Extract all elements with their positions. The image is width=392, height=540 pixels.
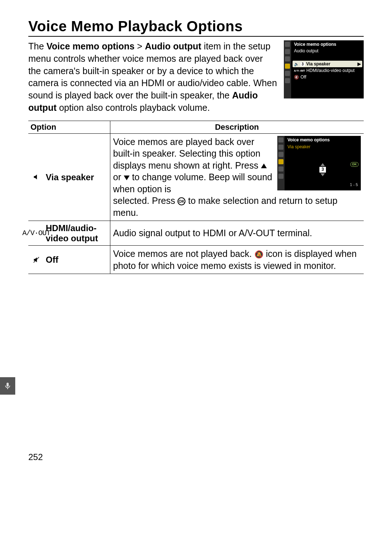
- intro-bold-1: Voice memo options: [46, 41, 135, 51]
- ss2-range: 1 - 5: [350, 182, 358, 187]
- mute-icon: [31, 256, 41, 263]
- side-tab-microphone-icon: [0, 377, 15, 395]
- page-number: 252: [28, 452, 43, 462]
- intro-text-3: option also controls playback volume.: [57, 102, 210, 113]
- intro-text-1: The: [28, 41, 46, 51]
- screenshot-sidebar: [277, 136, 285, 190]
- row1-desc-c1: to change volume. Beep will sound when o…: [113, 172, 273, 194]
- option-label: Via speaker: [46, 172, 94, 183]
- sidebar-icon: [278, 166, 283, 172]
- option-hdmi: A/V·OUT HDMI/audio-video output: [31, 223, 107, 243]
- ss1-row-off: 🔇 Off: [293, 74, 362, 80]
- intro-gt: >: [135, 41, 145, 51]
- mute-icon: 🔇: [294, 75, 299, 80]
- av-out-icon: A/V-OUT: [294, 69, 305, 72]
- sidebar-icon: [285, 78, 290, 83]
- camera-screenshot-audio-output: Voice memo options Audio output 🔈 3 Via …: [284, 40, 364, 98]
- th-option: Option: [28, 121, 110, 133]
- row2-desc: Audio signal output to HDMI or A/V-OUT t…: [110, 221, 364, 246]
- down-arrow-icon: [320, 173, 325, 176]
- ok-icon: OK: [350, 162, 359, 167]
- av-out-icon: A/V·OUT: [31, 229, 41, 238]
- up-arrow-icon: [261, 164, 267, 168]
- ss1-row1-label: Via speaker: [306, 61, 331, 67]
- ss2-subtitle: Via speaker: [286, 144, 359, 151]
- table-row: Via speaker Voice memos are played back …: [28, 133, 364, 221]
- ss1-row2-label: HDMI/audio-video output: [306, 68, 355, 73]
- chevron-right-icon: ▶: [358, 61, 361, 67]
- ss2-title: Voice memo options: [286, 137, 359, 144]
- sidebar-icon: [278, 174, 283, 179]
- options-table: Option Description Via speaker: [28, 121, 364, 274]
- th-description: Description: [110, 121, 364, 133]
- speaker-icon: [31, 173, 41, 181]
- ss1-row-hdmi: A/V-OUT HDMI/audio-video output: [293, 67, 362, 74]
- option-off: Off: [31, 254, 107, 265]
- ss1-subtitle: Audio output: [293, 48, 362, 54]
- ss1-volume-level: 3: [301, 62, 305, 66]
- intro-paragraph: The Voice memo options > Audio output it…: [28, 40, 277, 114]
- ss1-row-via-speaker: 🔈 3 Via speaker ▶: [293, 61, 362, 67]
- sidebar-icon: [278, 152, 283, 157]
- sidebar-icon: [278, 137, 283, 142]
- camera-screenshot-via-speaker: Voice memo options Via speaker 3 OK 1 - …: [277, 136, 361, 190]
- table-row: Off Voice memos are not played back. 🔕 i…: [28, 246, 364, 274]
- ok-icon: OK: [177, 197, 185, 205]
- row1-desc-part-a: Voice memos are played back over built-i…: [113, 136, 273, 195]
- sidebar-icon: [278, 145, 283, 150]
- screenshot-body: Voice memo options Audio output 🔈 3 Via …: [291, 40, 364, 98]
- option-label: Off: [46, 254, 58, 265]
- screenshot-sidebar: [284, 40, 291, 98]
- mute-strike-icon: 🔕: [254, 250, 264, 258]
- intro-section: The Voice memo options > Audio output it…: [28, 40, 364, 118]
- row1-desc-b: or: [113, 172, 124, 182]
- row3-desc-a: Voice memos are not played back.: [113, 249, 254, 259]
- page-title: Voice Memo Playback Options: [28, 18, 364, 37]
- ss1-row3-label: Off: [301, 74, 306, 80]
- ss2-volume-level: 3: [319, 167, 326, 173]
- sidebar-icon: [285, 42, 290, 47]
- row1-desc-part-b: selected. Press OK to make selection and…: [113, 195, 361, 218]
- row3-desc: Voice memos are not played back. 🔕 icon …: [110, 246, 364, 274]
- table-row: A/V·OUT HDMI/audio-video output Audio si…: [28, 221, 364, 246]
- sidebar-icon: [285, 49, 290, 54]
- intro-bold-2: Audio output: [145, 41, 201, 51]
- sidebar-icon: [285, 56, 290, 61]
- row1-desc-a: Voice memos are played back over built-i…: [113, 137, 261, 170]
- speaker-icon: 🔈: [294, 62, 299, 67]
- sidebar-icon-active: [285, 64, 290, 69]
- down-arrow-icon: [124, 176, 130, 180]
- option-label: HDMI/audio-video output: [46, 223, 107, 243]
- up-arrow-icon: [320, 163, 325, 166]
- option-via-speaker: Via speaker: [31, 172, 107, 183]
- ss1-spacer: [293, 54, 362, 61]
- sidebar-icon: [285, 71, 290, 76]
- sidebar-icon-active: [278, 159, 283, 164]
- ss1-title: Voice memo options: [293, 41, 362, 48]
